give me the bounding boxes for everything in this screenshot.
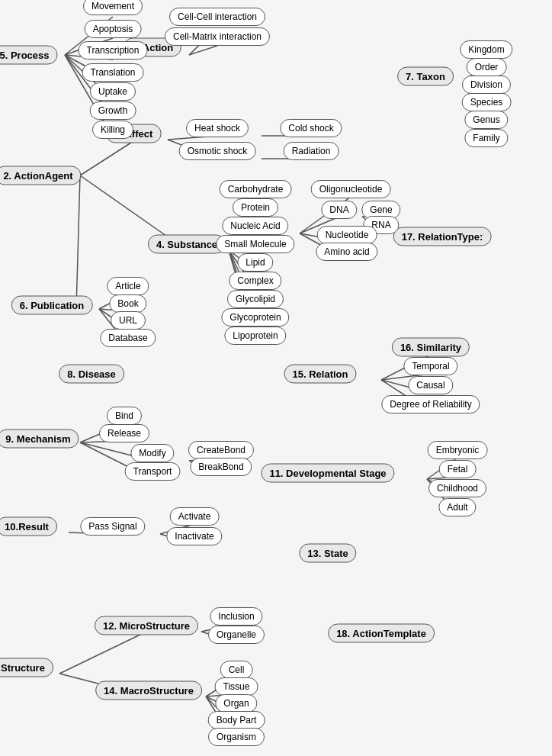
node-publication: 6. Publication xyxy=(11,296,93,315)
node-translation: Translation xyxy=(82,63,144,82)
node-organelle: Organelle xyxy=(208,626,265,644)
node-fetal: Fetal xyxy=(439,460,477,478)
node-tissue: Tissue xyxy=(215,677,258,696)
node-causal: Causal xyxy=(408,376,453,394)
node-adult: Adult xyxy=(438,498,476,516)
svg-line-9 xyxy=(80,141,133,175)
node-lipoprotein: Lipoprotein xyxy=(224,327,286,345)
node-database: Database xyxy=(100,329,156,347)
node-childhood: Childhood xyxy=(428,479,486,497)
node-microStructure: 12. MicroStructure xyxy=(95,616,198,635)
node-temporal: Temporal xyxy=(403,357,457,375)
node-heatShock: Heat shock xyxy=(186,119,249,137)
node-actionTemplate: 18. ActionTemplate xyxy=(328,624,435,643)
node-movement: Movement xyxy=(83,0,143,15)
diagram: 1. Action2. ActionAgent3. Effect4. Subst… xyxy=(0,0,552,756)
svg-line-58 xyxy=(59,632,146,674)
node-cellCell: Cell-Cell interaction xyxy=(169,8,265,26)
node-smallMolecule: Small Molecule xyxy=(216,235,294,253)
node-nucleicAcid: Nucleic Acid xyxy=(222,217,288,235)
node-killing: Killing xyxy=(92,121,133,139)
node-uptake: Uptake xyxy=(90,82,136,101)
node-nucleotide: Nucleotide xyxy=(317,226,377,244)
svg-line-8 xyxy=(189,46,217,55)
node-process: 5. Process xyxy=(0,46,58,65)
node-inclusion: Inclusion xyxy=(210,607,262,626)
node-actionAgent: 2. ActionAgent xyxy=(0,166,82,185)
node-bodyPart: Body Part xyxy=(208,711,265,729)
node-growth: Growth xyxy=(90,101,136,120)
node-bind: Bind xyxy=(107,407,142,425)
node-inactivate: Inactivate xyxy=(166,527,222,545)
node-cell: Cell xyxy=(220,661,253,679)
node-state: 13. State xyxy=(299,544,356,563)
node-dna: DNA xyxy=(321,201,357,219)
node-carbohydrate: Carbohydrate xyxy=(220,180,292,198)
node-cellMatrix: Cell-Matrix interaction xyxy=(165,27,270,46)
node-mechanism: 9. Mechanism xyxy=(0,429,79,449)
node-apoptosis: Apoptosis xyxy=(85,20,142,38)
node-devStage: 11. Developmental Stage xyxy=(261,464,394,483)
node-result: 10.Result xyxy=(0,517,57,536)
svg-line-11 xyxy=(76,175,80,309)
node-passSignal: Pass Signal xyxy=(80,517,145,536)
node-disease: 8. Disease xyxy=(59,365,124,384)
node-relation: 15. Relation xyxy=(284,365,357,384)
node-organ: Organ xyxy=(215,694,257,713)
node-embryonic: Embryonic xyxy=(428,441,488,459)
node-book: Book xyxy=(109,294,146,313)
node-release: Release xyxy=(99,424,149,442)
node-lipid: Lipid xyxy=(237,253,273,272)
node-substance: 4. Substance xyxy=(148,235,226,254)
node-degreeReliability: Degree of Reliability xyxy=(381,395,480,413)
node-structure: Structure xyxy=(0,658,53,677)
node-aminoAcid: Amino acid xyxy=(316,243,377,261)
node-genus: Genus xyxy=(464,111,508,129)
node-taxon: 7. Taxon xyxy=(397,67,454,86)
node-transcription: Transcription xyxy=(79,41,148,60)
node-article: Article xyxy=(107,277,149,295)
node-similarity: 16. Similarity xyxy=(392,338,470,357)
node-osmoticShock: Osmotic shock xyxy=(179,142,256,160)
node-family: Family xyxy=(464,129,508,147)
node-coldShock: Cold shock xyxy=(280,119,342,137)
node-kingdom: Kingdom xyxy=(460,40,512,59)
node-modify: Modify xyxy=(130,444,174,462)
node-organism: Organism xyxy=(208,728,265,746)
node-breakBond: BreakBond xyxy=(190,458,252,476)
node-protein: Protein xyxy=(233,198,278,217)
node-oligonucleotide: Oligonucleotide xyxy=(311,180,391,198)
node-relationType: 17. RelationType: xyxy=(393,227,492,246)
node-division: Division xyxy=(462,76,511,94)
node-createBond: CreateBond xyxy=(188,441,254,459)
node-url: URL xyxy=(111,311,146,330)
node-glycoprotein: Glycoprotein xyxy=(221,308,289,327)
node-glycolipid: Glycolipid xyxy=(227,290,284,308)
node-transport: Transport xyxy=(125,462,181,481)
node-order: Order xyxy=(467,58,507,76)
node-species: Species xyxy=(462,93,512,111)
node-complex: Complex xyxy=(229,272,281,290)
node-macroStructure: 14. MacroStructure xyxy=(95,681,202,700)
node-activate: Activate xyxy=(170,507,220,526)
node-radiation: Radiation xyxy=(284,142,339,160)
